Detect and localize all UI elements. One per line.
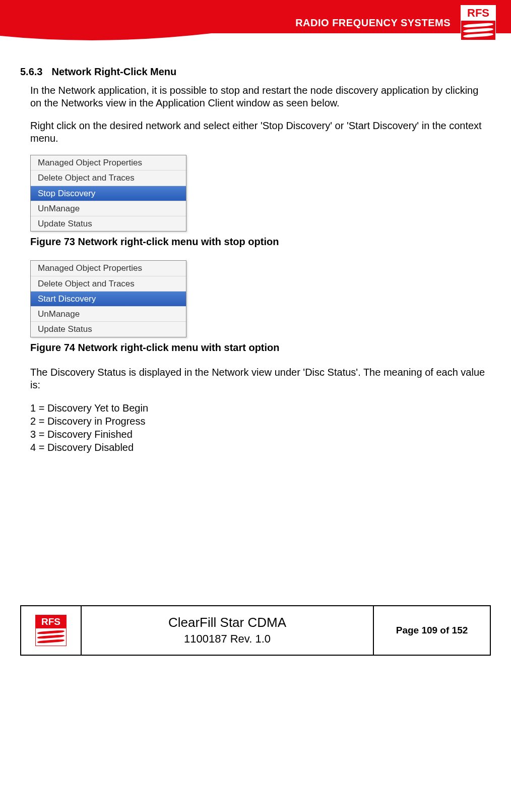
figure-74: Managed Object Properties Delete Object …: [30, 260, 486, 337]
paragraph-1: In the Network application, it is possib…: [30, 84, 486, 109]
rfs-footer-logo-waves-icon: [36, 628, 66, 646]
status-value-2: 2 = Discovery in Progress: [30, 415, 486, 428]
footer-page-cell: Page 109 of 152: [374, 606, 490, 655]
status-value-1: 1 = Discovery Yet to Begin: [30, 401, 486, 415]
page-footer: RFS ClearFill Star CDMA 1100187 Rev. 1.0…: [20, 605, 491, 656]
status-value-3: 3 = Discovery Finished: [30, 428, 486, 441]
menu-item-stop-discovery[interactable]: Stop Discovery: [31, 186, 186, 201]
page-header: RADIO FREQUENCY SYSTEMS RFS: [0, 0, 511, 45]
section-heading: 5.6.3Network Right-Click Menu: [20, 66, 486, 78]
menu-item-delete-object-and-traces[interactable]: Delete Object and Traces: [31, 170, 186, 186]
context-menu-stop: Managed Object Properties Delete Object …: [30, 155, 186, 231]
rfs-logo-text: RFS: [461, 5, 496, 20]
menu-item-delete-object-and-traces[interactable]: Delete Object and Traces: [31, 276, 186, 292]
page-content: 5.6.3Network Right-Click Menu In the Net…: [0, 45, 511, 464]
figure-73: Managed Object Properties Delete Object …: [30, 155, 486, 231]
status-values-list: 1 = Discovery Yet to Begin 2 = Discovery…: [30, 401, 486, 454]
figure-74-caption: Figure 74 Network right-click menu with …: [30, 341, 486, 354]
menu-item-unmanage[interactable]: UnManage: [31, 201, 186, 216]
status-intro: The Discovery Status is displayed in the…: [30, 366, 486, 391]
page-number: Page 109 of 152: [396, 625, 468, 636]
section-title: Network Right-Click Menu: [51, 66, 176, 77]
section-number: 5.6.3: [20, 66, 42, 78]
footer-subtitle: 1100187 Rev. 1.0: [184, 632, 271, 646]
rfs-logo: RFS: [461, 5, 496, 40]
brand-text: RADIO FREQUENCY SYSTEMS: [295, 17, 451, 29]
menu-item-managed-object-properties[interactable]: Managed Object Properties: [31, 261, 186, 276]
footer-title: ClearFill Star CDMA: [168, 615, 286, 630]
menu-item-update-status[interactable]: Update Status: [31, 322, 186, 336]
paragraph-2: Right click on the desired network and s…: [30, 120, 486, 145]
menu-item-update-status[interactable]: Update Status: [31, 216, 186, 231]
footer-logo-cell: RFS: [21, 606, 82, 655]
status-value-4: 4 = Discovery Disabled: [30, 441, 486, 454]
rfs-footer-logo: RFS: [35, 615, 67, 646]
footer-title-cell: ClearFill Star CDMA 1100187 Rev. 1.0: [82, 606, 374, 655]
figure-73-caption: Figure 73 Network right-click menu with …: [30, 236, 486, 248]
menu-item-unmanage[interactable]: UnManage: [31, 307, 186, 322]
rfs-footer-logo-text: RFS: [36, 615, 66, 628]
menu-item-start-discovery[interactable]: Start Discovery: [31, 292, 186, 307]
context-menu-start: Managed Object Properties Delete Object …: [30, 260, 186, 337]
rfs-logo-waves-icon: [461, 20, 496, 40]
menu-item-managed-object-properties[interactable]: Managed Object Properties: [31, 155, 186, 170]
